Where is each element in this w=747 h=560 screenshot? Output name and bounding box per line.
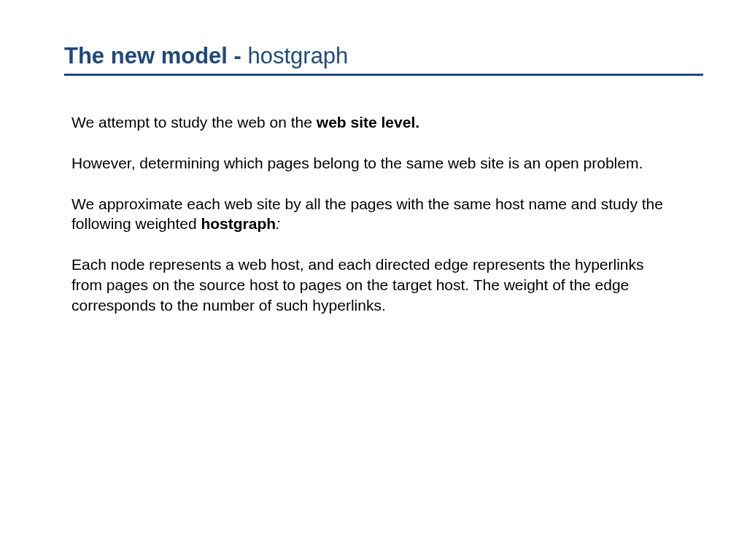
slide-content: We attempt to study the web on the web s… — [64, 112, 712, 315]
title-bold-part: The new model - — [64, 43, 247, 69]
paragraph-1: We attempt to study the web on the web s… — [71, 112, 668, 133]
title-light-part: hostgraph — [247, 43, 348, 69]
p3-colon: : — [276, 215, 280, 232]
paragraph-3: We approximate each web site by all the … — [71, 194, 668, 234]
p1-text: We attempt to study the web on the — [71, 114, 317, 131]
p1-bold: web site level. — [317, 114, 419, 131]
p3-text: We approximate each web site by all the … — [71, 195, 663, 233]
paragraph-2: However, determining which pages belong … — [71, 153, 668, 174]
paragraph-4: Each node represents a web host, and eac… — [71, 254, 668, 315]
slide-title: The new model - hostgraph — [64, 42, 703, 69]
p3-bold: hostgraph — [201, 215, 276, 232]
title-row: The new model - hostgraph — [64, 42, 703, 76]
slide-container: The new model - hostgraph We attempt to … — [0, 0, 747, 560]
